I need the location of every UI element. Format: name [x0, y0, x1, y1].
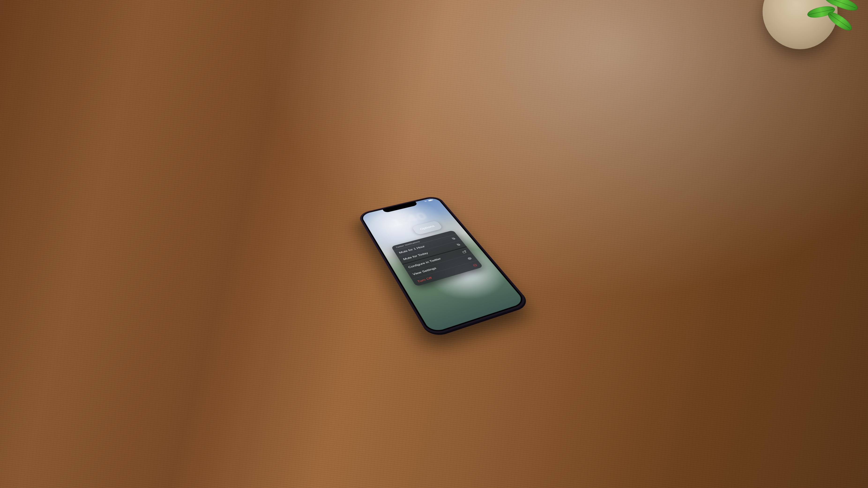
plant-leaves — [798, 0, 859, 42]
svg-point-18 — [473, 264, 477, 266]
svg-line-5 — [456, 243, 460, 246]
svg-line-19 — [474, 265, 475, 265]
svg-rect-6 — [462, 251, 466, 253]
status-bar — [423, 199, 434, 202]
svg-line-12 — [468, 259, 468, 259]
battery-icon — [428, 199, 433, 201]
svg-line-13 — [471, 258, 471, 258]
wifi-icon — [423, 200, 428, 202]
circle-minus-icon — [472, 263, 478, 267]
svg-point-8 — [468, 257, 471, 260]
lockscreen-time: 1:40 — [366, 205, 452, 235]
menu-item-label: Turn Off — [416, 276, 432, 283]
notification-options-menu: Twitter Notifications Mute for 1 Hour Mu… — [391, 230, 483, 287]
app-badge-icon — [461, 250, 468, 254]
svg-line-17 — [470, 257, 470, 258]
gear-icon — [466, 256, 473, 260]
svg-line-10 — [469, 257, 469, 258]
menu-item-label: Configure in Twitter — [407, 257, 441, 269]
svg-line-4 — [452, 237, 456, 239]
svg-point-9 — [469, 258, 470, 259]
menu-item-view-settings[interactable]: View Settings — [407, 254, 478, 279]
bell-slash-icon — [451, 237, 457, 240]
bell-slash-icon — [455, 242, 461, 246]
options-label: Options — [419, 224, 435, 230]
menu-item-turn-off[interactable]: Turn Off — [411, 260, 483, 287]
menu-item-label: View Settings — [412, 266, 437, 276]
